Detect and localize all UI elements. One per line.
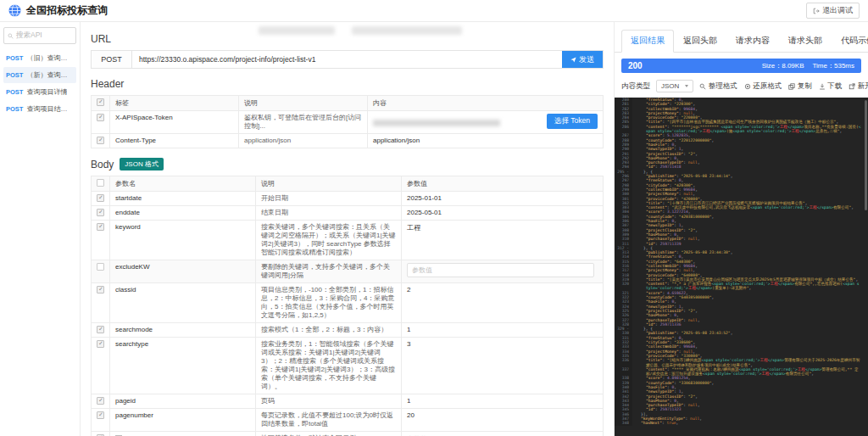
select-all-headers-checkbox[interactable] xyxy=(97,98,104,106)
param-name: pagenumber xyxy=(115,411,153,419)
tool-label: 整理格式 xyxy=(709,81,737,92)
tab-代码示例[interactable]: 代码示例 xyxy=(832,30,868,52)
format-icon xyxy=(699,83,706,90)
header-value-cell: 选择 Token xyxy=(368,111,604,134)
tab-返回头部[interactable]: 返回头部 xyxy=(674,30,726,52)
code-lines: 280"freeStatus": 0,281"cityCode": "22030… xyxy=(615,98,868,426)
param-value[interactable]: 20 xyxy=(407,411,415,419)
http-method: POST xyxy=(92,51,132,68)
sidebar-item-label: （新）查询项目列表 xyxy=(26,70,74,80)
param-value[interactable]: 工程 xyxy=(407,224,420,232)
row-checkbox[interactable] xyxy=(97,223,104,231)
param-row-startdate: startdate开始日期2025-01-01 xyxy=(92,192,604,206)
tool-label: 下载 xyxy=(827,81,842,92)
top-bar: 全国招标投标查询 退出调试 xyxy=(0,0,868,22)
header-label-cell: Content-Type xyxy=(110,134,239,148)
header-label-cell: X-APISpace-Token xyxy=(110,111,239,134)
header-table-head-row: 标签 说明 内容 xyxy=(92,96,604,111)
sidebar-item-查询项目结构化数据[interactable]: POST查询项目结构化数据 xyxy=(3,101,76,117)
code-line: 320"content": "*,* a 广东军评报告<span style='… xyxy=(615,282,868,291)
code-scrollbar[interactable] xyxy=(865,100,867,210)
checkbox-cell xyxy=(92,338,110,394)
param-desc-cell: 结束日期 xyxy=(256,206,402,221)
tab-请求内容[interactable]: 请求内容 xyxy=(726,30,779,52)
checkbox-cell xyxy=(92,323,110,338)
param-value-input[interactable]: 参数值 xyxy=(407,263,594,277)
app-logo-globe-icon xyxy=(8,4,21,17)
row-checkbox[interactable] xyxy=(97,411,104,419)
header-value-cell: application/json xyxy=(368,134,604,148)
param-row-keyword: keyword搜索关键词，多个关键词搜索：且关系（关键词之间空格隔开）；或关系（… xyxy=(92,221,604,260)
param-name-cell: searchmode xyxy=(110,323,256,338)
param-value[interactable]: 2025-01-01 xyxy=(407,194,442,202)
format-button[interactable]: 整理格式 xyxy=(699,81,737,92)
sidebar-item-label: （旧）查询项目列表-即将废弃… xyxy=(26,53,74,63)
param-desc-cell: 搜索关键词，多个关键词搜索：且关系（关键词之间空格隔开）；或关系（关键词1|关键… xyxy=(256,221,402,260)
send-button[interactable]: 发送 xyxy=(562,51,603,68)
response-tabs: 返回结果返回头部请求内容请求头部代码示例 xyxy=(615,22,868,53)
exit-icon xyxy=(813,8,820,14)
header-desc-cell: application/json xyxy=(239,134,368,148)
header-desc-cell: 鉴权私钥，可登陆后在管理后台的[访问控制]... xyxy=(239,111,368,134)
body-section-heading: Body xyxy=(91,159,114,170)
line-number: 336 xyxy=(615,358,632,367)
row-checkbox[interactable] xyxy=(97,340,104,348)
code-line: 336"title": "[绍兴市]嵊州曲源<span style='color… xyxy=(615,358,868,367)
sidebar-item-label: 查询项目结构化数据 xyxy=(26,104,74,114)
http-method-badge: POST xyxy=(6,88,23,96)
param-row-areaCode: -areaCode地区筛选条件，默认查全国示例：{"ProviceCodeLis… xyxy=(92,432,604,436)
tab-返回结果[interactable]: 返回结果 xyxy=(621,30,674,53)
row-checkbox[interactable] xyxy=(97,209,104,216)
row-checkbox[interactable] xyxy=(97,397,104,405)
param-desc-cell: 地区筛选条件，默认查全国示例：{"ProviceCodeList": ["0"]… xyxy=(256,432,402,436)
col-param-desc: 说明 xyxy=(256,176,402,192)
redacted-breadcrumb xyxy=(259,26,462,35)
json-response-viewer[interactable]: 280"freeStatus": 0,281"cityCode": "22030… xyxy=(615,98,868,436)
exit-debug-button[interactable]: 退出调试 xyxy=(806,3,860,19)
param-value[interactable]: 1 xyxy=(407,326,410,333)
row-checkbox[interactable] xyxy=(97,114,104,121)
param-name: startdate xyxy=(115,194,142,202)
col-param-value: 参数值 xyxy=(402,176,604,192)
status-code: 200 xyxy=(628,61,643,70)
row-checkbox[interactable] xyxy=(97,286,104,293)
param-value-cell: 20 xyxy=(402,409,604,432)
sidebar-item-（旧）查询项目列表-即将废弃…[interactable]: POST（旧）查询项目列表-即将废弃… xyxy=(3,50,76,66)
code-line: 286"content": "*******jsgc******** <span… xyxy=(615,125,868,134)
tool-label: 还原格式 xyxy=(753,81,782,92)
sidebar-item-查询项目详情[interactable]: POST查询项目详情 xyxy=(3,84,76,100)
param-desc-cell: 项目信息类别，-100：全部类别，1：招标信息，2：中标信息，3：采购合同，4：… xyxy=(256,283,402,323)
param-value[interactable]: 1 xyxy=(407,397,410,405)
param-value[interactable]: 2025-05-01 xyxy=(407,209,442,216)
content-type-label: 内容类型 xyxy=(621,81,650,92)
sidebar-item-（新）查询项目列表[interactable]: POST（新）查询项目列表 xyxy=(3,67,76,83)
json-format-toggle[interactable]: JSON 格式 xyxy=(120,158,164,170)
row-checkbox[interactable] xyxy=(97,326,104,333)
param-name: pageid xyxy=(115,397,136,405)
checkbox-cell xyxy=(92,192,110,206)
param-value[interactable]: 3 xyxy=(407,340,410,348)
row-checkbox[interactable] xyxy=(97,263,104,271)
code-line: 337"content": "**** 采购代理机构：名称/嵊州曲源<span … xyxy=(615,367,868,377)
content-type-select[interactable]: JSON xyxy=(656,80,693,92)
row-checkbox[interactable] xyxy=(97,194,104,202)
search-placeholder: 搜索API xyxy=(16,31,42,41)
param-value[interactable]: 2 xyxy=(407,286,410,293)
row-checkbox[interactable] xyxy=(97,137,104,144)
redacted-block xyxy=(352,26,462,35)
col-label: 标签 xyxy=(110,96,239,111)
url-input[interactable]: https://23330.o.apispace.com/project-inf… xyxy=(132,51,562,68)
download-button[interactable]: 下载 xyxy=(819,81,843,92)
copy-button[interactable]: 复制 xyxy=(788,81,812,92)
tab-请求头部[interactable]: 请求头部 xyxy=(779,30,832,52)
search-input[interactable]: 搜索API xyxy=(3,27,76,44)
param-desc-cell: 搜索业务类别，1：智能领域搜索（多个关键词或关系搜索：关键词1|关键词2|关键词… xyxy=(256,338,402,394)
restore-button[interactable]: 还原格式 xyxy=(744,81,782,92)
select-token-button[interactable]: 选择 Token xyxy=(547,114,598,129)
col-param-name: 参数名 xyxy=(110,176,256,192)
header-value[interactable]: application/json xyxy=(373,137,420,144)
line-number: 320 xyxy=(615,282,632,291)
newtab-button[interactable]: 新开标签 xyxy=(849,81,868,92)
select-all-params-checkbox[interactable] xyxy=(97,179,104,187)
response-size: Size：8.09KB xyxy=(762,61,804,70)
